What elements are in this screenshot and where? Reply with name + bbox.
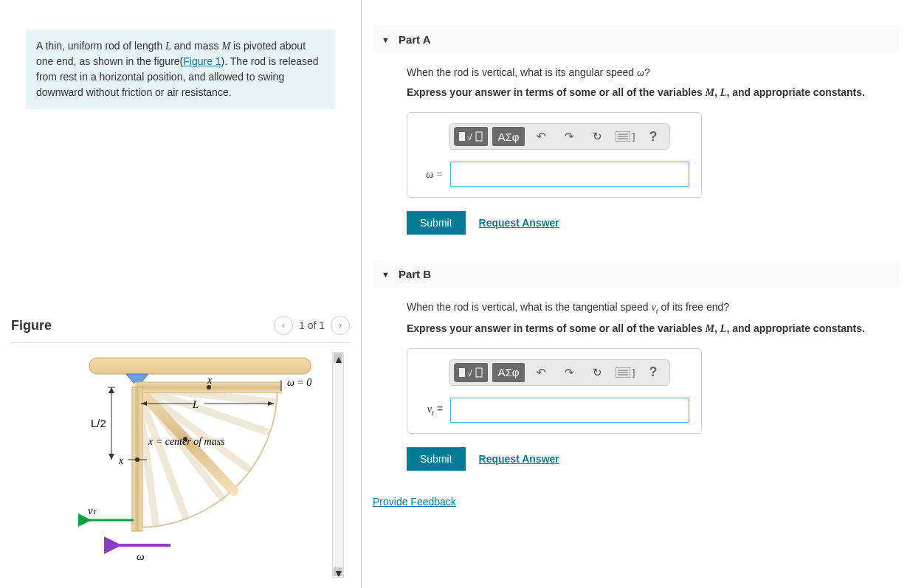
part-a-instructions: Express your answer in terms of some or … [407, 86, 899, 99]
figure-next-button[interactable]: › [331, 316, 350, 335]
figure-heading: Figure [11, 318, 52, 333]
label-Lhalf: L/2 [91, 417, 106, 429]
part-b-instructions: Express your answer in terms of some or … [407, 322, 899, 335]
left-panel: A thin, uniform rod of length L and mass… [0, 0, 362, 588]
part-a-answer-box: √ ΑΣφ ↶ ↷ ↻ ] ? ω = [407, 112, 702, 198]
templates-button[interactable]: √ [454, 363, 488, 382]
svg-rect-28 [459, 132, 465, 141]
svg-rect-35 [459, 368, 465, 377]
part-b-submit-button[interactable]: Submit [407, 447, 466, 471]
svg-marker-17 [108, 454, 114, 460]
provide-feedback: Provide Feedback [373, 496, 899, 508]
figure-svg: L/2 x L x ω = 0 x [38, 350, 318, 572]
figure-frame: L/2 x L x ω = 0 x [11, 350, 344, 579]
part-b-answer-box: √ ΑΣφ ↶ ↷ ↻ ] ? vt = [407, 348, 702, 434]
label-x2: x [118, 455, 124, 466]
label-vt: vₜ [88, 505, 97, 516]
keyboard-button[interactable]: ] [613, 127, 637, 146]
greek-button[interactable]: ΑΣφ [492, 127, 525, 146]
caret-down-icon: ▼ [382, 35, 390, 44]
var-L: L [165, 41, 171, 52]
part-b-title: Part B [399, 268, 431, 280]
figure-nav: ‹ 1 of 1 › [274, 316, 350, 335]
right-panel: ▼ Part A When the rod is vertical, what … [362, 0, 910, 588]
part-a-section: ▼ Part A When the rod is vertical, what … [373, 26, 899, 235]
var-M: M [221, 41, 230, 52]
figure-link[interactable]: Figure 1 [183, 55, 221, 67]
figure-header: Figure ‹ 1 of 1 › [11, 316, 350, 343]
label-cm: x = center of mass [148, 436, 225, 447]
svg-rect-0 [89, 358, 311, 374]
problem-text: and mass [171, 40, 221, 52]
label-L: L [192, 398, 199, 410]
svg-text:√: √ [467, 132, 472, 142]
svg-marker-18 [108, 387, 114, 393]
provide-feedback-link[interactable]: Provide Feedback [373, 496, 456, 508]
equation-toolbar: √ ΑΣφ ↶ ↷ ↻ ] ? [449, 123, 670, 150]
label-x: x [207, 375, 213, 386]
label-omega: ω [137, 550, 145, 562]
help-button[interactable]: ? [641, 127, 665, 146]
part-b-header[interactable]: ▼ Part B [373, 260, 899, 288]
undo-button[interactable]: ↶ [529, 363, 553, 382]
part-a-submit-button[interactable]: Submit [407, 211, 466, 235]
problem-statement: A thin, uniform rod of length L and mass… [26, 30, 335, 109]
reset-button[interactable]: ↻ [585, 127, 609, 146]
svg-rect-30 [476, 132, 482, 141]
help-button[interactable]: ? [641, 363, 665, 382]
svg-text:√: √ [467, 368, 472, 378]
scroll-down-icon: ▼ [334, 567, 342, 576]
caret-down-icon: ▼ [382, 270, 390, 279]
label-omega0: ω = 0 [287, 377, 311, 388]
keyboard-icon [616, 131, 630, 142]
undo-button[interactable]: ↶ [529, 127, 553, 146]
figure-scrollbar[interactable]: ▲ ▼ [332, 352, 344, 578]
redo-button[interactable]: ↷ [557, 363, 581, 382]
reset-button[interactable]: ↻ [585, 363, 609, 382]
figure-counter: 1 of 1 [299, 319, 325, 331]
figure-section: Figure ‹ 1 of 1 › [11, 316, 350, 579]
keyboard-button[interactable]: ] [613, 363, 637, 382]
part-b-request-answer-link[interactable]: Request Answer [479, 453, 559, 465]
templates-button[interactable]: √ [454, 127, 488, 146]
equation-toolbar: √ ΑΣφ ↶ ↷ ↻ ] ? [449, 359, 670, 386]
part-a-title: Part A [399, 33, 431, 46]
keyboard-icon [616, 367, 630, 378]
greek-button[interactable]: ΑΣφ [492, 363, 525, 382]
part-b-section: ▼ Part B When the rod is vertical, what … [373, 260, 899, 471]
scroll-up-icon: ▲ [334, 353, 342, 362]
part-a-question: When the rod is vertical, what is its an… [407, 66, 899, 79]
problem-text: A thin, uniform rod of length [36, 40, 165, 52]
svg-rect-37 [476, 368, 482, 377]
part-b-question: When the rod is vertical, what is the ta… [407, 301, 899, 315]
figure-prev-button[interactable]: ‹ [274, 316, 293, 335]
part-a-input-label: ω = [419, 168, 443, 181]
part-b-answer-input[interactable] [450, 398, 689, 423]
part-a-request-answer-link[interactable]: Request Answer [479, 217, 559, 229]
part-b-input-label: vt = [419, 403, 443, 417]
part-a-answer-input[interactable] [450, 162, 689, 187]
redo-button[interactable]: ↷ [557, 127, 581, 146]
part-a-header[interactable]: ▼ Part A [373, 26, 899, 53]
